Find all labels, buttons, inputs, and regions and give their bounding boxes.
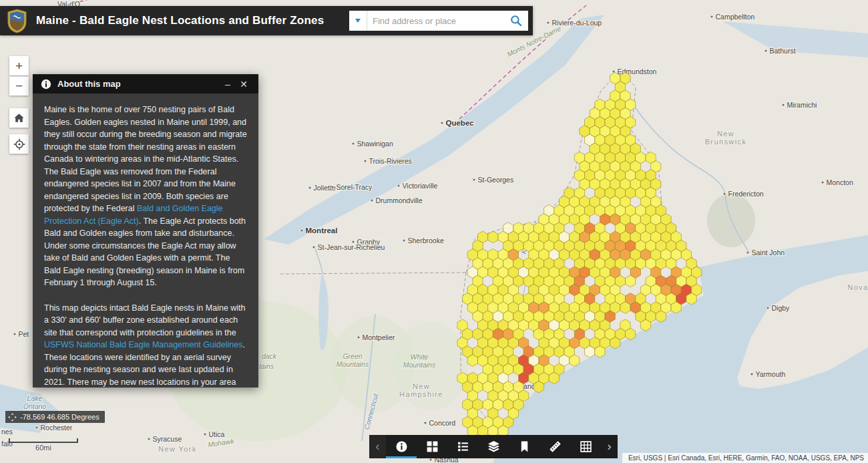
zoom-out-button[interactable]: − xyxy=(9,76,29,96)
close-button[interactable]: ✕ xyxy=(236,79,252,90)
svg-text:Sherbrooke: Sherbrooke xyxy=(408,237,444,245)
map-label: Trois-Rivieres xyxy=(364,157,412,165)
map-label: Edmundston xyxy=(612,67,657,75)
usfws-logo xyxy=(6,9,28,33)
map-label: New York xyxy=(158,445,197,453)
map-label: Sorel-Tracy xyxy=(331,183,373,191)
map-label: Montreal xyxy=(300,226,338,235)
svg-text:Victoriaville: Victoriaville xyxy=(403,182,438,190)
svg-text:New York: New York xyxy=(158,445,197,453)
map-label: Drummondville xyxy=(371,196,423,204)
map-label: Nova xyxy=(847,283,868,291)
legend-icon xyxy=(457,440,469,453)
map-label: Montpelier xyxy=(357,333,395,341)
svg-text:Montpelier: Montpelier xyxy=(363,333,396,341)
svg-text:Nova: Nova xyxy=(847,283,868,291)
svg-text:Montreal: Montreal xyxy=(306,226,338,235)
grid-icon xyxy=(580,440,592,453)
map-label: Quebec xyxy=(441,119,474,127)
svg-text:Shawinigan: Shawinigan xyxy=(357,140,393,148)
svg-text:tains: tains xyxy=(259,362,274,370)
map-label: tains xyxy=(259,362,274,370)
svg-text:St-Georges: St-Georges xyxy=(478,176,514,184)
active-tab-indicator xyxy=(386,456,417,458)
minimize-button[interactable]: – xyxy=(220,79,236,90)
svg-text:nes: nes xyxy=(1,428,13,436)
toolbar-info-button[interactable] xyxy=(386,435,417,458)
svg-text:Campbellton: Campbellton xyxy=(716,13,755,21)
svg-text:Yarmouth: Yarmouth xyxy=(756,370,786,378)
coordinates-widget[interactable]: -78.569 46.685 Degrees xyxy=(5,411,105,423)
map-label: Saint John xyxy=(746,249,785,257)
toolbar-layers-button[interactable] xyxy=(478,435,509,458)
map-label: Bathurst xyxy=(765,47,796,55)
svg-text:Drummondville: Drummondville xyxy=(376,196,423,204)
svg-text:Moncton: Moncton xyxy=(827,178,853,186)
search-input[interactable] xyxy=(367,11,504,31)
about-panel: About this map – ✕ Maine is the home of … xyxy=(33,74,258,388)
map-label: dack xyxy=(262,352,277,360)
svg-text:Pet: Pet xyxy=(19,330,29,338)
toolbar-prev-button[interactable]: ‹ xyxy=(369,435,386,458)
map-label: nes xyxy=(1,428,13,436)
info-icon xyxy=(41,79,51,90)
svg-text:Saint John: Saint John xyxy=(752,249,785,257)
about-paragraph: Maine is the home of over 750 nesting pa… xyxy=(44,104,247,289)
search-dropdown-button[interactable] xyxy=(349,11,367,31)
measure-icon xyxy=(549,440,562,453)
home-button[interactable] xyxy=(9,108,29,128)
toolbar-bookmarks-button[interactable] xyxy=(509,435,539,458)
map-label: Victoriaville xyxy=(397,182,438,190)
svg-text:St-Jean-sur-Richelieu: St-Jean-sur-Richelieu xyxy=(318,243,385,251)
about-paragraph: This map depicts intact Bald Eagle nests… xyxy=(44,302,247,388)
toolbar-next-button[interactable]: › xyxy=(601,435,618,458)
about-panel-header: About this map – ✕ xyxy=(33,74,258,94)
svg-text:dack: dack xyxy=(262,352,277,360)
app-header: Maine - Bald Eagle Nest Locations and Bu… xyxy=(0,6,533,35)
svg-text:Fredericton: Fredericton xyxy=(728,190,764,198)
crosshair-move-icon xyxy=(8,413,17,422)
basemap-gallery-icon xyxy=(426,440,439,453)
about-link[interactable]: USFWS National Bald Eagle Management Gui… xyxy=(44,340,242,349)
search-box xyxy=(349,11,528,31)
bookmarks-icon xyxy=(518,440,531,453)
svg-text:Miramichi: Miramichi xyxy=(787,101,817,109)
locate-icon xyxy=(13,138,25,150)
toolbar-basemap-gallery-button[interactable] xyxy=(417,435,447,458)
search-button[interactable] xyxy=(504,11,528,31)
info-icon xyxy=(395,440,408,453)
scale-bar: 60mi xyxy=(9,438,78,452)
layers-icon xyxy=(487,440,500,453)
svg-text:Syracuse: Syracuse xyxy=(153,435,182,443)
zoom-in-button[interactable]: + xyxy=(9,56,29,75)
svg-text:Concord: Concord xyxy=(429,419,456,427)
svg-text:Riviere-du-Loup: Riviere-du-Loup xyxy=(552,19,602,27)
map-label: Concord xyxy=(424,419,455,427)
svg-text:Quebec: Quebec xyxy=(446,119,475,127)
map-attribution: Esri, USGS | Esri Canada, Esri, HERE, Ga… xyxy=(622,453,868,463)
scale-bar-label: 60mi xyxy=(9,444,78,452)
map-label: St-Georges xyxy=(473,176,513,184)
svg-text:Rochester: Rochester xyxy=(41,424,73,432)
map-label: Yarmouth xyxy=(750,370,786,378)
map-label: Syracuse xyxy=(148,435,182,443)
widget-toolbar: ‹ › xyxy=(369,435,618,458)
svg-text:Bathurst: Bathurst xyxy=(770,47,796,55)
about-panel-body: Maine is the home of over 750 nesting pa… xyxy=(33,94,258,388)
toolbar-legend-button[interactable] xyxy=(447,435,478,458)
toolbar-measure-button[interactable] xyxy=(539,435,570,458)
app-window: Val-d'OCampbelltonBathurstMiramichiRivie… xyxy=(0,0,868,463)
map-label: Campbellton xyxy=(710,13,755,21)
map-label: St-Jean-sur-Richelieu xyxy=(312,243,385,251)
scale-bar-line xyxy=(9,438,78,443)
toolbar-grid-button[interactable] xyxy=(570,435,601,458)
locate-button[interactable] xyxy=(9,134,29,154)
map-label: Rochester xyxy=(35,424,73,432)
home-icon xyxy=(13,112,25,124)
svg-text:Digby: Digby xyxy=(772,304,791,312)
page-title: Maine - Bald Eagle Nest Locations and Bu… xyxy=(36,14,324,27)
map-label: Sherbrooke xyxy=(403,237,444,245)
coordinates-text: -78.569 46.685 Degrees xyxy=(20,413,99,421)
svg-text:Utica: Utica xyxy=(209,430,225,438)
map-label: Moncton xyxy=(821,178,853,186)
